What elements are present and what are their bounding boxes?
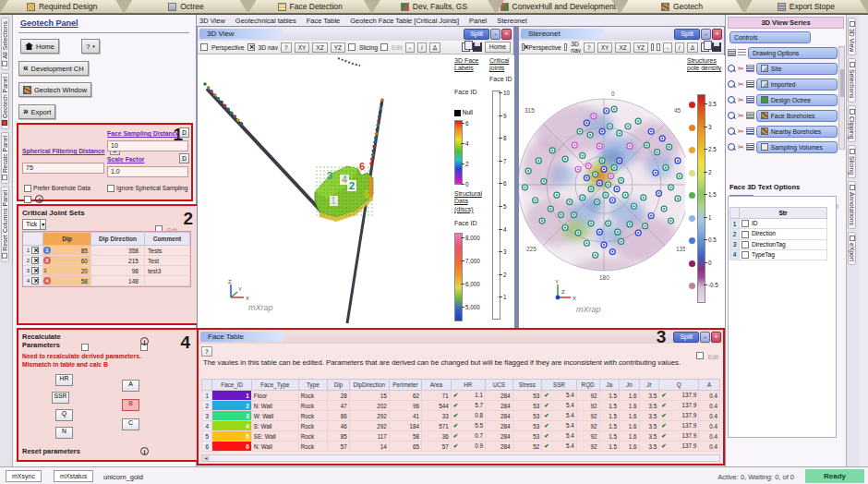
text-option-row[interactable]: 3DirectionTag <box>730 239 827 249</box>
cell-jr[interactable]: 3.5 <box>639 391 659 401</box>
pole-marker[interactable] <box>648 128 654 134</box>
split-button[interactable]: Split <box>464 29 489 40</box>
pole-marker[interactable] <box>601 166 607 172</box>
cell-perimeter[interactable]: 62 <box>389 391 421 401</box>
cell-perimeter[interactable]: 184 <box>389 421 421 431</box>
list-icon[interactable] <box>746 143 754 151</box>
text-option-row[interactable]: 1ID <box>730 219 827 229</box>
pole-marker[interactable] <box>562 156 568 162</box>
pole-marker[interactable] <box>554 192 560 198</box>
face-boreholes-button[interactable]: Face Boreholes <box>756 110 838 122</box>
controls-button[interactable]: Controls <box>729 31 811 43</box>
column-header-jn[interactable]: Jn <box>620 380 640 391</box>
scroll-left-arrow[interactable]: ◄ <box>202 455 210 461</box>
cell-dipdirection[interactable]: 292 <box>349 411 389 421</box>
cell-stress[interactable]: 52 <box>512 442 542 452</box>
option-checkbox[interactable] <box>741 251 749 259</box>
column-header-type[interactable]: Type <box>298 380 327 391</box>
cell-type[interactable]: Rock <box>298 421 327 431</box>
comment-cell[interactable]: Tests <box>145 246 190 256</box>
scissors-icon[interactable]: ✂ <box>738 65 744 73</box>
cell-ssr[interactable]: ✔5.4 <box>542 421 576 431</box>
magnifier-icon[interactable] <box>728 80 736 89</box>
pole-marker[interactable] <box>572 142 577 148</box>
dash-tool-button[interactable]: - <box>405 42 415 53</box>
dip-direction-cell[interactable]: 215 <box>91 256 145 266</box>
split-button[interactable]: Split <box>673 332 699 343</box>
cell-ucs[interactable]: 284 <box>486 411 512 421</box>
pole-marker[interactable] <box>571 212 576 218</box>
pole-marker[interactable] <box>611 164 617 170</box>
side-tab-clipping[interactable]: Clipping <box>848 105 856 143</box>
cell-q[interactable]: ✔137.9 <box>659 391 699 401</box>
dip-cell[interactable]: 320 <box>43 266 91 276</box>
pole-marker[interactable] <box>597 180 602 186</box>
menu-face-table[interactable]: Face Table <box>307 17 341 25</box>
pole-marker[interactable] <box>675 196 681 201</box>
panel-title[interactable]: Geotech Panel <box>20 18 78 28</box>
cell-type[interactable]: Rock <box>298 411 327 421</box>
param-button-hr[interactable]: HR <box>55 374 73 386</box>
pole-marker[interactable] <box>584 240 589 246</box>
minimize-button[interactable]: - <box>700 332 710 343</box>
development-ch-button[interactable]: « Development CH <box>18 61 89 76</box>
xy-view-button[interactable]: XY <box>597 42 613 53</box>
cell-rqd[interactable]: 92 <box>576 431 599 442</box>
pole-marker[interactable] <box>608 174 613 179</box>
dip-direction-cell[interactable]: 98 <box>91 266 145 276</box>
stereonet-canvas[interactable]: 0 45 135 180 225 315 Y Z X mXrap <box>519 55 685 328</box>
pole-marker[interactable] <box>635 118 641 124</box>
list-icon[interactable] <box>746 112 754 119</box>
scissors-icon[interactable]: ✂ <box>738 80 744 89</box>
tab-required-design[interactable]: Required Design <box>0 0 124 14</box>
pole-marker[interactable] <box>522 185 527 190</box>
joint-visible-checkbox[interactable] <box>31 257 39 264</box>
cell-area[interactable]: 71 <box>421 391 451 401</box>
pole-marker[interactable] <box>653 170 658 175</box>
pole-marker[interactable] <box>661 206 667 212</box>
column-header-ucs[interactable]: UCS <box>486 380 512 391</box>
tab-geotech[interactable]: Geotech <box>620 0 743 14</box>
list-icon[interactable] <box>746 127 754 135</box>
cell-a[interactable]: 0.4 <box>699 391 720 401</box>
column-header-stress[interactable]: Stress <box>512 380 542 391</box>
face-table[interactable]: Face_IDFace_TypeTypeDipDipDirectionPerim… <box>201 379 720 452</box>
column-header-dip[interactable]: Dip <box>327 380 349 391</box>
cell-jn[interactable]: 1.6 <box>620 442 640 452</box>
cell-area[interactable]: 571 <box>421 421 451 431</box>
pole-marker[interactable] <box>584 175 589 181</box>
joint-set-row[interactable]: 2260215Test <box>23 256 190 266</box>
column-header-hr[interactable]: HR <box>451 380 485 391</box>
home-view-button[interactable]: Home <box>485 42 511 53</box>
pole-marker[interactable] <box>580 152 585 158</box>
pole-marker[interactable] <box>588 221 594 226</box>
cell-face_id[interactable]: 4 <box>212 421 251 431</box>
cell-hr[interactable]: ✔0.9 <box>451 442 485 452</box>
pole-marker[interactable] <box>533 198 538 203</box>
pole-marker[interactable] <box>559 212 564 218</box>
help-button[interactable]: ? <box>201 346 212 357</box>
cell-face_type[interactable]: W: Wall <box>251 411 298 421</box>
comment-cell[interactable] <box>145 276 190 286</box>
pole-marker[interactable] <box>619 238 624 244</box>
cell-area[interactable]: 57 <box>421 442 451 452</box>
pole-marker[interactable] <box>667 144 672 150</box>
site-button[interactable]: Site <box>756 63 838 75</box>
cell-hr[interactable]: ✔1.1 <box>451 391 485 401</box>
pole-marker[interactable] <box>611 106 617 112</box>
pole-marker[interactable] <box>585 163 591 169</box>
save-icon[interactable] <box>712 42 721 52</box>
cell-face_id[interactable]: 2 <box>212 401 251 411</box>
face-sampling-input[interactable]: 10 <box>107 140 188 151</box>
cell-q[interactable]: ✔137.9 <box>659 401 699 411</box>
cell-a[interactable]: 0.4 <box>699 442 720 452</box>
pole-marker[interactable] <box>663 164 669 170</box>
pole-marker[interactable] <box>562 225 568 231</box>
column-header-rqd[interactable]: RQD <box>576 380 599 391</box>
cell-dipdirection[interactable]: 117 <box>349 431 389 442</box>
sidebar-tab-reset-columns-panel[interactable]: Reset Columns Panel <box>1 187 9 262</box>
option-cell-directiontag[interactable]: DirectionTag <box>740 239 827 249</box>
side-tab-selections[interactable]: Selections <box>848 58 856 102</box>
pole-marker[interactable] <box>627 222 633 227</box>
joint-set-row[interactable]: 1185358Tests <box>23 246 190 256</box>
